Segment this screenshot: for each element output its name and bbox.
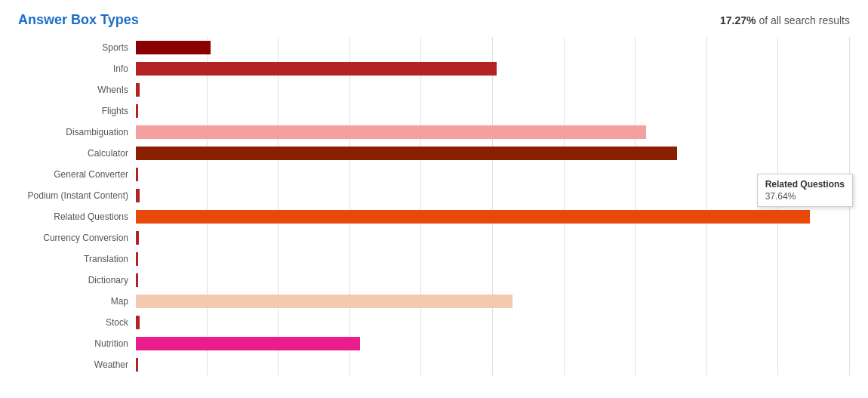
bar-container bbox=[136, 252, 850, 266]
bar bbox=[136, 62, 497, 76]
bar-row: Nutrition bbox=[136, 333, 850, 354]
bar-container bbox=[136, 104, 850, 118]
bar-row: Map bbox=[136, 291, 850, 312]
bar-row: General Converter bbox=[136, 164, 850, 185]
bar-label: WhenIs bbox=[0, 85, 128, 95]
stat-label: of all search results bbox=[759, 14, 850, 26]
bar-container bbox=[136, 231, 850, 245]
bar bbox=[136, 295, 512, 308]
bar-row: Podium (Instant Content) bbox=[136, 185, 850, 206]
bar-container bbox=[136, 210, 850, 224]
bar-row: Sports bbox=[136, 37, 850, 58]
bar-label: Map bbox=[0, 296, 128, 307]
tooltip-title: Related Questions bbox=[765, 179, 845, 190]
bar-container bbox=[136, 41, 850, 54]
bar-row: Stock bbox=[136, 312, 850, 333]
bar-row: Disambiguation bbox=[136, 122, 850, 143]
bar-label: Podium (Instant Content) bbox=[0, 190, 128, 201]
bar-row: Info bbox=[136, 58, 850, 79]
bar-label: Nutrition bbox=[0, 338, 128, 349]
bar-row: Currency Conversion bbox=[136, 227, 850, 248]
tooltip-box: Related Questions 37.64% bbox=[757, 174, 853, 207]
bar-row: Translation bbox=[136, 248, 850, 270]
bar bbox=[136, 252, 138, 266]
summary-stat: 17.27% of all search results bbox=[720, 14, 850, 26]
bar bbox=[136, 189, 140, 202]
bar-container bbox=[136, 273, 850, 287]
bar-row: WhenIs bbox=[136, 79, 850, 100]
bar-row: Calculator bbox=[136, 143, 850, 164]
bar-label: General Converter bbox=[0, 169, 128, 180]
chart-title: Answer Box Types bbox=[18, 12, 139, 28]
bar-label: Info bbox=[0, 63, 128, 74]
bar-container bbox=[136, 358, 850, 372]
bar-label: Related Questions bbox=[0, 211, 128, 222]
bar-label: Weather bbox=[0, 359, 128, 370]
bar bbox=[136, 358, 138, 372]
bar-row: Dictionary bbox=[136, 270, 850, 291]
bar-label: Currency Conversion bbox=[0, 233, 128, 243]
bar bbox=[136, 337, 360, 350]
bar bbox=[136, 83, 140, 97]
bar bbox=[136, 41, 211, 54]
bar bbox=[136, 168, 138, 181]
bar-row: Weather bbox=[136, 354, 850, 375]
bar-container bbox=[136, 168, 850, 181]
tooltip-value: 37.64% bbox=[765, 191, 845, 202]
bar bbox=[136, 273, 138, 287]
bar-row: Flights bbox=[136, 100, 850, 122]
bar bbox=[136, 231, 139, 245]
bar-container bbox=[136, 337, 850, 350]
bar-container bbox=[136, 147, 850, 160]
bar bbox=[136, 125, 646, 139]
bar-label: Dictionary bbox=[0, 275, 128, 285]
bar-label: Stock bbox=[0, 317, 128, 328]
bar-container bbox=[136, 125, 850, 139]
bars-container: SportsInfoWhenIsFlightsDisambiguationCal… bbox=[136, 37, 850, 375]
bar bbox=[136, 147, 677, 160]
bar-label: Disambiguation bbox=[0, 127, 128, 137]
bar-container bbox=[136, 189, 850, 202]
bar-label: Calculator bbox=[0, 148, 128, 159]
chart-area: SportsInfoWhenIsFlightsDisambiguationCal… bbox=[0, 37, 868, 375]
bar-container bbox=[136, 316, 850, 329]
bar-container bbox=[136, 62, 850, 76]
bar-label: Flights bbox=[0, 106, 128, 116]
chart-header: Answer Box Types 17.27% of all search re… bbox=[0, 0, 868, 34]
bar-label: Sports bbox=[0, 42, 128, 53]
bar bbox=[136, 104, 138, 118]
bar bbox=[136, 316, 140, 329]
bar-label: Translation bbox=[0, 254, 128, 264]
bar-container bbox=[136, 295, 850, 308]
stat-value: 17.27% bbox=[720, 14, 756, 26]
bar bbox=[136, 210, 810, 224]
bar-container bbox=[136, 83, 850, 97]
bar-row: Related Questions bbox=[136, 206, 850, 227]
